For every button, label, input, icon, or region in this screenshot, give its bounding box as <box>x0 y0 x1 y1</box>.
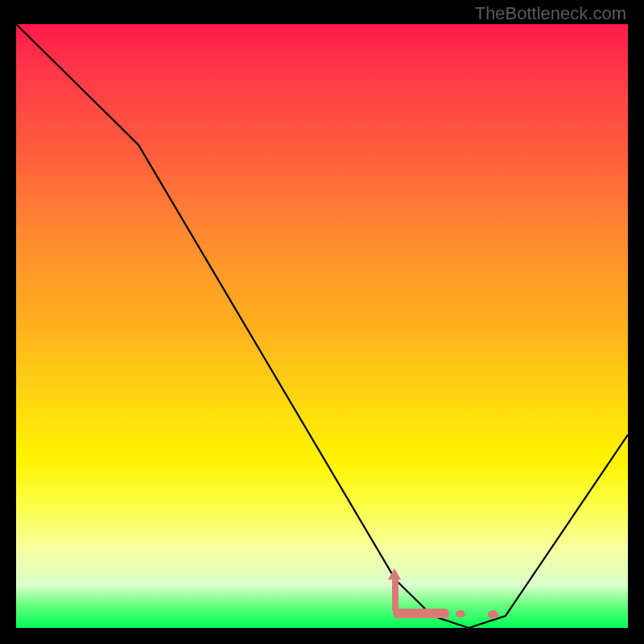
plot-area <box>16 24 628 628</box>
pointer-stem <box>392 578 398 612</box>
marker-dot-2 <box>488 610 498 619</box>
marker-dot-1 <box>456 610 465 617</box>
watermark-text: TheBottleneck.com <box>475 3 626 24</box>
bottleneck-curve <box>16 24 628 628</box>
flat-marker-bar <box>393 609 449 618</box>
